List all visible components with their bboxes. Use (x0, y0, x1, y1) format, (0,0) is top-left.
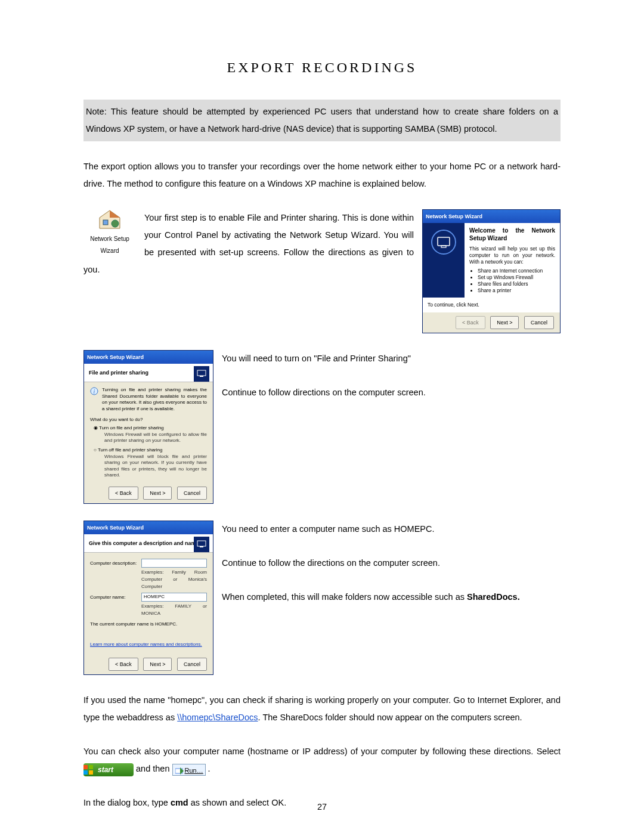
back-button[interactable]: < Back (109, 487, 138, 500)
network-setup-wizard-icon[interactable]: Network Setup Wizard (83, 209, 136, 257)
fps-question: What do you want to do? (90, 417, 207, 423)
dialog-titlebar: Network Setup Wizard (84, 521, 213, 534)
svg-rect-2 (441, 246, 446, 247)
cancel-button[interactable]: Cancel (177, 658, 207, 671)
cancel-button[interactable]: Cancel (524, 316, 554, 329)
welcome-continue: To continue, click Next. (423, 298, 560, 312)
svg-rect-12 (200, 546, 203, 547)
computer-name-dialog: Network Setup Wizard Give this computer … (83, 521, 213, 675)
svg-point-0 (432, 230, 456, 254)
step2-block: Network Setup Wizard File and printer sh… (83, 350, 561, 504)
share-path-link[interactable]: \\homepc\ShareDocs (177, 713, 258, 722)
page-number: 27 (0, 802, 644, 812)
svg-text:i: i (94, 388, 95, 395)
computer-handshake-icon (194, 366, 209, 382)
dialog-subheading: File and printer sharing (89, 370, 148, 376)
svg-rect-15 (83, 770, 88, 775)
wizard-graphic (423, 223, 465, 298)
page-title: EXPORT RECORDINGS (83, 60, 561, 76)
svg-rect-16 (89, 770, 93, 775)
intro-paragraph: The export option allows you to transfer… (83, 158, 561, 193)
learn-more-link[interactable]: Learn more about computer names and desc… (90, 641, 207, 648)
file-printer-sharing-dialog: Network Setup Wizard File and printer sh… (83, 350, 213, 504)
note-box: Note: This feature should be attempted b… (83, 100, 561, 141)
svg-point-6 (112, 220, 119, 227)
svg-rect-1 (438, 237, 450, 246)
welcome-bullet: Share a printer (478, 287, 555, 294)
run-menu-item[interactable]: Run… (172, 764, 206, 776)
back-button[interactable]: < Back (456, 316, 485, 329)
computer-name-label: Computer name: (90, 594, 141, 601)
fps-opt2-label: Turn off file and printer sharing (98, 447, 163, 453)
svg-rect-11 (197, 541, 206, 546)
welcome-wizard-dialog: Network Setup Wizard Welcome to the Netw… (422, 209, 561, 333)
fps-opt2-sub: Windows Firewall will block file and pri… (104, 454, 207, 479)
back-button[interactable]: < Back (109, 658, 138, 671)
computer-handshake-icon (194, 537, 209, 552)
fps-opt1-label: Turn on file and printer sharing (99, 425, 164, 431)
radio-on[interactable]: ◉ (94, 425, 99, 431)
svg-rect-13 (83, 765, 88, 769)
hostname-paragraph: You can check also your computer name (h… (83, 743, 561, 778)
fps-opt1-sub: Windows Firewall will be configured to a… (104, 432, 207, 444)
welcome-bullet: Share an Internet connection (478, 268, 555, 274)
next-button[interactable]: Next > (143, 658, 172, 671)
computer-description-input[interactable] (141, 559, 207, 568)
step1-block: Network Setup Wizard Welcome to the Netw… (83, 209, 561, 333)
next-button[interactable]: Next > (143, 487, 172, 500)
svg-rect-14 (89, 765, 93, 769)
welcome-title: Welcome to the Network Setup Wizard (469, 227, 555, 242)
next-button[interactable]: Next > (490, 316, 519, 329)
welcome-desc: This wizard will help you set up this co… (469, 246, 555, 265)
step3-block: Network Setup Wizard Give this computer … (83, 521, 561, 675)
fps-info-text: Turning on file and printer sharing make… (102, 387, 207, 412)
dialog-subheading: Give this computer a description and nam… (89, 540, 200, 546)
computer-name-example: Examples: FAMILY or MONICA (141, 603, 207, 617)
computer-description-example: Examples: Family Room Computer or Monica… (141, 569, 207, 590)
wizard-icon-label: Network Setup Wizard (90, 236, 129, 254)
info-icon: i (90, 387, 98, 412)
start-button[interactable]: start (83, 763, 134, 776)
computer-name-input[interactable]: HOMEPC (141, 593, 207, 602)
current-computer-name: The current computer name is HOMEPC. (90, 621, 207, 628)
radio-off[interactable]: ○ (94, 447, 98, 453)
cancel-button[interactable]: Cancel (177, 487, 207, 500)
welcome-bullet: Share files and folders (478, 281, 555, 287)
dialog-titlebar: Network Setup Wizard (84, 351, 213, 364)
svg-rect-7 (197, 370, 206, 376)
check-sharing-paragraph: If you used the name "homepc", you can c… (83, 692, 561, 726)
computer-description-label: Computer description: (90, 560, 141, 567)
computer-network-icon (431, 229, 457, 255)
svg-rect-5 (103, 220, 108, 225)
svg-rect-8 (200, 376, 203, 377)
dialog-titlebar: Network Setup Wizard (423, 210, 560, 223)
welcome-bullet: Set up Windows Firewall (478, 274, 555, 281)
